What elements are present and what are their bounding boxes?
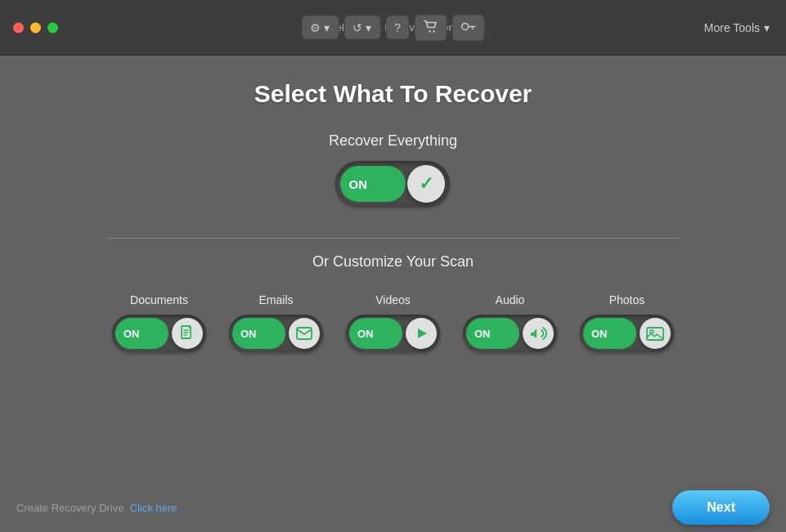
history-arrow-icon: ▾ xyxy=(366,21,371,34)
traffic-lights xyxy=(13,22,58,33)
audio-on-label: ON xyxy=(474,328,491,340)
svg-rect-6 xyxy=(647,328,663,340)
documents-on-label: ON xyxy=(124,328,140,340)
more-tools-label: More Tools xyxy=(704,21,760,34)
photos-icon xyxy=(646,325,664,342)
emails-toggle-knob xyxy=(289,318,320,349)
svg-point-0 xyxy=(429,30,431,32)
divider xyxy=(107,238,680,239)
recovery-drive-label: Create Recovery Drive xyxy=(16,502,124,514)
audio-toggle-track: ON xyxy=(466,318,519,349)
documents-toggle-knob xyxy=(172,318,203,349)
key-button[interactable] xyxy=(452,14,485,41)
svg-point-1 xyxy=(433,30,435,32)
videos-toggle-knob xyxy=(406,318,437,349)
history-icon: ↺ xyxy=(353,21,362,34)
customize-label: Or Customize Your Scan xyxy=(312,253,474,270)
help-icon: ? xyxy=(394,21,401,34)
category-documents: Documents ON xyxy=(112,293,206,352)
photos-toggle-knob xyxy=(640,318,671,349)
videos-toggle[interactable]: ON xyxy=(346,315,440,352)
recover-everything-section: Recover Everything ON ✓ xyxy=(329,132,457,207)
recovery-drive-text: Create Recovery Drive Click here xyxy=(16,502,177,514)
documents-icon xyxy=(178,324,196,342)
category-emails: Emails ON xyxy=(229,293,323,352)
main-content: Select What To Recover Recover Everythin… xyxy=(0,56,786,532)
recover-everything-label: Recover Everything xyxy=(329,132,457,150)
photos-on-label: ON xyxy=(591,328,608,340)
recover-everything-toggle[interactable]: ON ✓ xyxy=(335,161,450,207)
emails-toggle-track: ON xyxy=(232,318,285,349)
help-button[interactable]: ? xyxy=(385,16,410,40)
checkmark-icon: ✓ xyxy=(419,173,433,194)
key-icon xyxy=(461,20,476,35)
videos-toggle-track: ON xyxy=(349,318,402,349)
audio-toggle[interactable]: ON xyxy=(463,315,557,352)
history-button[interactable]: ↺ ▾ xyxy=(344,16,380,40)
svg-marker-5 xyxy=(418,329,427,338)
settings-button[interactable]: ⚙ ▾ xyxy=(301,16,339,40)
category-documents-label: Documents xyxy=(130,293,188,306)
documents-toggle-track: ON xyxy=(115,318,168,349)
photos-toggle-track: ON xyxy=(583,318,636,349)
audio-toggle-knob xyxy=(523,318,554,349)
toggle-knob: ✓ xyxy=(407,165,445,203)
page-title: Select What To Recover xyxy=(254,80,532,108)
toggle-on-label: ON xyxy=(348,177,367,191)
category-photos-label: Photos xyxy=(609,293,645,306)
toolbar: ⚙ ▾ ↺ ▾ ? xyxy=(301,14,485,41)
category-audio: Audio ON xyxy=(463,293,557,352)
next-button[interactable]: Next xyxy=(672,490,770,525)
more-tools-arrow-icon: ▾ xyxy=(764,21,770,34)
emails-toggle[interactable]: ON xyxy=(229,315,323,352)
click-here-link[interactable]: Click here xyxy=(130,502,177,514)
svg-point-2 xyxy=(462,23,469,29)
videos-on-label: ON xyxy=(357,328,374,340)
settings-arrow-icon: ▾ xyxy=(324,21,330,34)
more-tools-button[interactable]: More Tools ▾ xyxy=(704,21,770,34)
toggle-on-track: ON xyxy=(340,166,406,202)
category-videos-label: Videos xyxy=(375,293,411,306)
cart-button[interactable] xyxy=(415,14,447,41)
emails-icon xyxy=(295,326,313,341)
audio-icon xyxy=(529,324,547,342)
categories-row: Documents ON Emails ON xyxy=(112,293,674,352)
settings-icon: ⚙ xyxy=(310,21,321,34)
photos-toggle[interactable]: ON xyxy=(580,315,674,352)
videos-icon xyxy=(412,324,430,342)
maximize-button[interactable] xyxy=(47,22,58,33)
minimize-button[interactable] xyxy=(30,22,41,33)
close-button[interactable] xyxy=(13,22,24,33)
category-videos: Videos ON xyxy=(346,293,440,352)
cart-icon xyxy=(424,20,438,35)
titlebar: ↩ Stellar Data Recovery Premium ⚙ ▾ ↺ ▾ … xyxy=(0,0,786,56)
bottom-bar: Create Recovery Drive Click here Next xyxy=(0,483,786,532)
documents-toggle[interactable]: ON xyxy=(112,315,206,352)
category-audio-label: Audio xyxy=(496,293,525,306)
category-photos: Photos ON xyxy=(580,293,674,352)
category-emails-label: Emails xyxy=(258,293,293,306)
emails-on-label: ON xyxy=(240,328,257,340)
